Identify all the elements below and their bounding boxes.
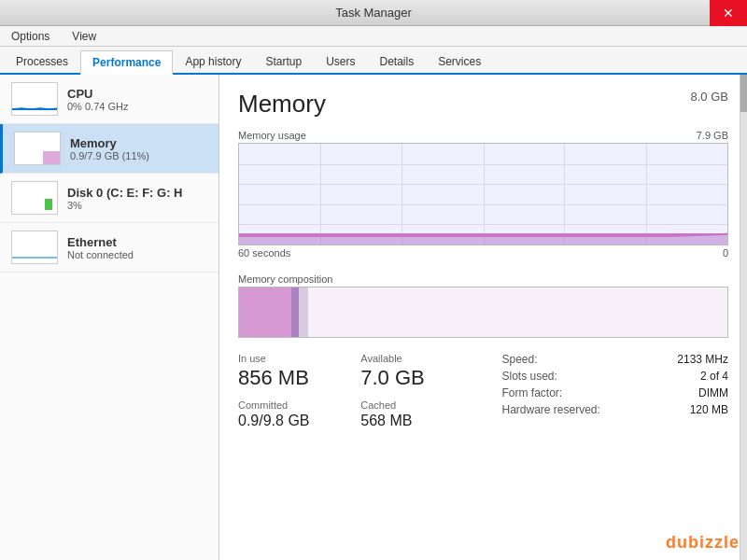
main-content: CPU 0% 0.74 GHz Memory 0.9/7.9 GB (11%) <box>0 75 747 560</box>
tab-startup[interactable]: Startup <box>253 49 314 73</box>
comp-bar-modified <box>291 287 299 337</box>
disk-stat: 3% <box>67 200 183 211</box>
detail-hw: Hardware reserved: 120 MB <box>502 403 729 416</box>
committed-label: Committed <box>238 399 360 411</box>
sidebar-item-memory[interactable]: Memory 0.9/7.9 GB (11%) <box>0 124 218 174</box>
memory-name: Memory <box>70 136 149 150</box>
form-key: Form factor: <box>502 386 563 399</box>
tab-details[interactable]: Details <box>367 49 426 73</box>
detail-stats: Speed: 2133 MHz Slots used: 2 of 4 Form … <box>502 353 729 416</box>
stat-available: Available 7.0 GB <box>360 353 483 390</box>
time-label: 60 seconds <box>238 247 290 259</box>
tab-services[interactable]: Services <box>426 49 493 73</box>
svg-rect-4 <box>12 231 58 264</box>
sidebar-item-disk[interactable]: Disk 0 (C: E: F: G: H 3% <box>0 174 218 223</box>
scrollbar-thumb[interactable] <box>740 75 747 112</box>
usage-chart-max: 7.9 GB <box>697 130 728 141</box>
cpu-stat: 0% 0.74 GHz <box>67 101 128 112</box>
memory-info: Memory 0.9/7.9 GB (11%) <box>70 136 149 161</box>
composition-chart <box>238 287 728 338</box>
ethernet-mini-chart <box>11 231 58 264</box>
svg-rect-3 <box>45 199 52 210</box>
form-val: DIMM <box>698 386 728 399</box>
usage-chart <box>238 143 728 245</box>
inuse-value: 856 MB <box>238 366 360 390</box>
stat-committed: Committed 0.9/9.8 GB <box>238 399 360 429</box>
usage-chart-label-row: Memory usage 7.9 GB <box>238 130 728 141</box>
memory-stat: 0.9/7.9 GB (11%) <box>70 150 149 161</box>
speed-val: 2133 MHz <box>677 353 728 366</box>
title-bar: Task Manager ✕ <box>0 0 747 26</box>
menu-options[interactable]: Options <box>4 28 57 45</box>
tab-processes[interactable]: Processes <box>4 49 80 73</box>
tab-bar: Processes Performance App history Startu… <box>0 47 747 75</box>
stats-bottom: In use 856 MB Available 7.0 GB Committed… <box>238 353 728 429</box>
menu-view[interactable]: View <box>64 28 104 45</box>
usage-line <box>239 144 727 245</box>
zero-label: 0 <box>723 247 728 259</box>
memory-panel: Memory 8.0 GB Memory usage 7.9 GB <box>219 75 747 560</box>
composition-label-row: Memory composition <box>238 273 728 285</box>
slots-val: 2 of 4 <box>700 370 728 383</box>
panel-header: Memory 8.0 GB <box>238 90 728 119</box>
watermark: dubizzle <box>666 533 740 553</box>
slots-key: Slots used: <box>502 370 557 383</box>
panel-total: 8.0 GB <box>691 90 728 104</box>
close-button[interactable]: ✕ <box>710 0 747 26</box>
cpu-name: CPU <box>67 87 128 101</box>
menu-bar: Options View <box>0 26 747 47</box>
detail-slots: Slots used: 2 of 4 <box>502 370 729 383</box>
detail-form: Form factor: DIMM <box>502 386 729 399</box>
disk-name: Disk 0 (C: E: F: G: H <box>67 186 183 200</box>
usage-chart-section: Memory usage 7.9 GB <box>238 130 728 259</box>
tab-performance[interactable]: Performance <box>80 50 173 75</box>
tab-users[interactable]: Users <box>314 49 367 73</box>
available-label: Available <box>360 353 483 364</box>
hw-key: Hardware reserved: <box>502 403 600 416</box>
chart-time-row: 60 seconds 0 <box>238 247 728 259</box>
available-value: 7.0 GB <box>360 366 483 390</box>
comp-bar-standby <box>299 287 308 337</box>
comp-bar-inuse <box>239 287 291 337</box>
hw-val: 120 MB <box>690 403 728 416</box>
detail-speed: Speed: 2133 MHz <box>502 353 729 366</box>
cached-label: Cached <box>360 399 483 411</box>
committed-value: 0.9/9.8 GB <box>238 413 360 429</box>
composition-label: Memory composition <box>238 273 332 285</box>
speed-key: Speed: <box>502 353 538 366</box>
disk-info: Disk 0 (C: E: F: G: H 3% <box>67 186 183 211</box>
sidebar: CPU 0% 0.74 GHz Memory 0.9/7.9 GB (11%) <box>0 75 219 560</box>
stat-cached: Cached 568 MB <box>360 399 483 429</box>
title-bar-text: Task Manager <box>335 6 412 20</box>
stats-left: In use 856 MB Available 7.0 GB Committed… <box>238 353 484 429</box>
sidebar-item-cpu[interactable]: CPU 0% 0.74 GHz <box>0 75 218 124</box>
sidebar-item-ethernet[interactable]: Ethernet Not connected <box>0 223 218 273</box>
tab-apphistory[interactable]: App history <box>173 49 253 73</box>
inuse-label: In use <box>238 353 360 364</box>
cpu-mini-chart <box>11 82 58 116</box>
stat-inuse: In use 856 MB <box>238 353 360 390</box>
ethernet-info: Ethernet Not connected <box>67 235 134 260</box>
memory-mini-chart <box>14 132 61 165</box>
ethernet-name: Ethernet <box>67 235 134 249</box>
cached-value: 568 MB <box>360 413 483 429</box>
stats-right: Speed: 2133 MHz Slots used: 2 of 4 Form … <box>484 353 729 429</box>
usage-chart-label: Memory usage <box>238 130 306 141</box>
ethernet-stat: Not connected <box>67 249 134 260</box>
svg-rect-1 <box>43 151 61 165</box>
composition-section: Memory composition <box>238 273 728 338</box>
panel-title: Memory <box>238 90 326 119</box>
scrollbar[interactable] <box>740 75 747 560</box>
cpu-info: CPU 0% 0.74 GHz <box>67 87 128 112</box>
disk-mini-chart <box>11 181 58 215</box>
